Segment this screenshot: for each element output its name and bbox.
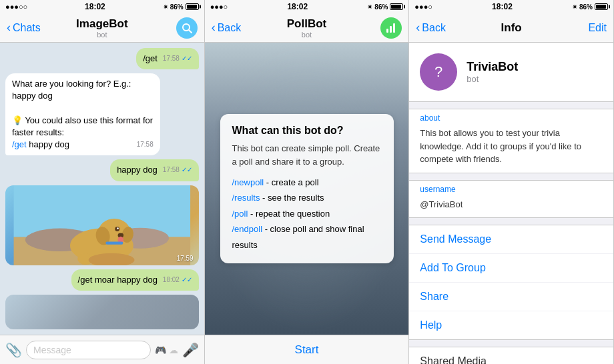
svg-rect-18: [386, 29, 388, 33]
msg-2: What are you looking for? E.g.:happy dog…: [5, 73, 160, 155]
shared-media-label: Shared Media: [420, 355, 603, 364]
bot-name: TriviaBot: [467, 60, 518, 74]
svg-point-11: [117, 227, 119, 229]
nav-right-2: [362, 17, 402, 39]
card-title: What can this bot do?: [232, 125, 382, 137]
msg-text-1: /get: [143, 53, 158, 63]
status-time-1: 18:02: [85, 2, 105, 11]
card-description: This bot can create simple poll. Create …: [232, 142, 382, 168]
start-btn-bar: Start: [205, 335, 409, 364]
username-label: username: [409, 181, 613, 195]
message-placeholder: Message: [33, 345, 71, 355]
status-time-2: 18:02: [287, 2, 308, 11]
bot-icon-1: [176, 17, 198, 39]
cmd-endpoll: /endpoll - close poll and show final res…: [232, 221, 382, 253]
back-btn-2[interactable]: ‹ Back: [212, 21, 252, 35]
svg-rect-20: [393, 23, 395, 33]
svg-rect-16: [105, 241, 123, 244]
panel-triviabot-info: ●●●○ 18:02 ✴ 86% ‹ Back Info Edit ?: [409, 0, 614, 364]
status-right-2: ✴ 86%: [367, 3, 403, 11]
dog-svg: [5, 185, 199, 266]
nav-title-text-2: PollBot: [252, 17, 362, 31]
mic-icon[interactable]: 🎤: [182, 342, 199, 358]
img-time: 17:59: [177, 255, 194, 262]
status-left-1: ●●●○○: [5, 3, 27, 11]
status-time-3: 18:02: [492, 2, 513, 11]
back-arrow-2: ‹: [212, 21, 216, 35]
newpoll-link: /newpoll: [232, 177, 264, 187]
msg-text-3: happy dog: [117, 165, 158, 175]
battery-icon-3: [595, 3, 608, 10]
msg-time-4: 18:02 ✓✓: [163, 275, 192, 285]
about-label: about: [409, 109, 613, 124]
nav-bar-2: ‹ Back PollBot bot: [205, 13, 409, 43]
bot-profile: ? TriviaBot bot: [409, 43, 613, 102]
msg-1: /get 17:58 ✓✓: [136, 48, 199, 69]
action-share[interactable]: Share: [409, 283, 613, 311]
nav-title-3: Info: [456, 21, 567, 35]
nav-title-text-1: ImageBot: [47, 17, 158, 31]
gif-icon[interactable]: ☁: [169, 345, 178, 355]
chat-messages-1: /get 17:58 ✓✓ What are you looking for? …: [0, 43, 204, 335]
battery-percent-3: 86%: [579, 3, 593, 11]
battery-icon-1: [186, 3, 199, 10]
sticker-icon[interactable]: 🎮: [155, 345, 166, 355]
dog-image: 17:59: [5, 185, 199, 266]
bot-avatar: ?: [420, 53, 457, 91]
nav-right-1: [158, 17, 198, 39]
status-right-1: ✴ 86%: [163, 3, 199, 11]
msg-3: happy dog 17:58 ✓✓: [110, 159, 199, 181]
message-input[interactable]: Message: [26, 341, 151, 359]
start-button[interactable]: Start: [295, 343, 319, 357]
ticks-3: ✓✓: [182, 166, 192, 173]
battery-percent-1: 86%: [170, 3, 184, 11]
status-bar-2: ●●●○ 18:02 ✴ 86%: [205, 0, 409, 13]
action-list: Send Message Add To Group Share Help: [409, 225, 613, 340]
shared-media-section: Shared Media: [409, 347, 613, 364]
back-btn-3[interactable]: ‹ Back: [416, 21, 456, 35]
card-commands: /newpoll - create a poll /results - see …: [232, 175, 382, 253]
nav-bar-1: ‹ Chats ImageBot bot: [0, 13, 204, 43]
username-section: username @TriviaBot: [409, 180, 613, 219]
panel-imagebot: ●●●○○ 18:02 ✴ 86% ‹ Chats ImageBot bot: [0, 0, 205, 364]
bluetooth-icon-2: ✴: [367, 3, 372, 11]
bluetooth-icon-1: ✴: [163, 3, 168, 11]
pollbot-info-card: What can this bot do? This bot can creat…: [220, 114, 394, 263]
signal-2: ●●●○: [210, 3, 228, 11]
action-add-to-group[interactable]: Add To Group: [409, 254, 613, 283]
nav-title-1: ImageBot bot: [47, 17, 158, 39]
msg-4: /get moar happy dog 18:02 ✓✓: [71, 269, 199, 291]
cmd-results: /results - see the results: [232, 190, 382, 205]
nav-title-text-3: Info: [456, 21, 567, 35]
battery-icon-2: [390, 3, 403, 10]
action-help[interactable]: Help: [409, 311, 613, 339]
nav-bar-3: ‹ Back Info Edit: [409, 13, 613, 43]
username-content: @TriviaBot: [409, 195, 613, 218]
poll-link: /poll: [232, 209, 248, 219]
back-label-3: Back: [422, 22, 446, 34]
nav-subtitle-1: bot: [47, 31, 158, 39]
input-icons: 🎮 ☁: [155, 345, 178, 355]
bluetooth-icon-3: ✴: [572, 3, 577, 11]
bot-type: bot: [467, 74, 518, 84]
status-bar-1: ●●●○○ 18:02 ✴ 86%: [0, 0, 204, 13]
battery-percent-2: 86%: [374, 3, 388, 11]
poll-icon: [385, 22, 397, 34]
back-arrow-1: ‹: [7, 21, 11, 35]
ticks-4: ✓✓: [182, 276, 192, 283]
msg-time-2: 17:58: [137, 140, 154, 149]
svg-line-1: [189, 30, 192, 33]
back-btn-1[interactable]: ‹ Chats: [7, 21, 47, 35]
edit-btn-3[interactable]: Edit: [567, 22, 607, 34]
status-left-3: ●●●○: [414, 3, 432, 11]
attachment-icon[interactable]: 📎: [5, 342, 22, 358]
msg-link-2: /get: [12, 139, 27, 149]
question-icon: ?: [428, 61, 449, 83]
status-right-3: ✴ 86%: [572, 3, 608, 11]
back-label-2: Back: [218, 22, 242, 34]
endpoll-link: /endpoll: [232, 224, 263, 234]
svg-rect-19: [390, 26, 392, 33]
action-send-message[interactable]: Send Message: [409, 225, 613, 254]
bot-icon-2: [380, 17, 402, 39]
edit-label: Edit: [588, 22, 607, 34]
